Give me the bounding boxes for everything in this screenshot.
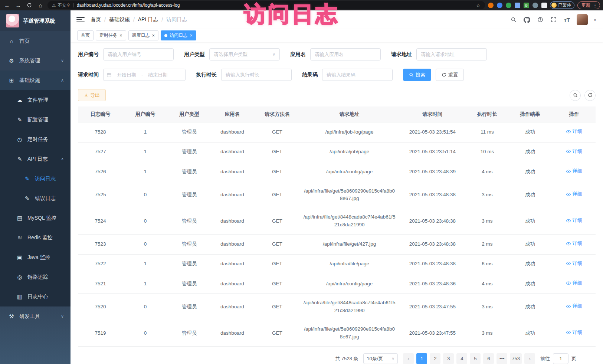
page-size-select[interactable]: 10条/页 ∨ <box>363 353 398 364</box>
toggle-search-button[interactable] <box>570 90 581 101</box>
user-type-select[interactable]: 请选择用户类型 ∨ <box>209 48 280 60</box>
tab-访问日志[interactable]: 访问日志× <box>161 30 196 40</box>
extension-gray-icon[interactable] <box>532 3 538 8</box>
extension-gu-badge-icon[interactable]: 谷 <box>524 3 529 8</box>
sidebar-item-首页[interactable]: ⌂首页 <box>0 31 71 51</box>
search-icon[interactable] <box>510 16 517 23</box>
breadcrumb-item[interactable]: API 日志 <box>138 16 158 23</box>
back-icon[interactable]: ← <box>3 1 11 9</box>
method-cell: GET <box>254 162 301 182</box>
app-logo[interactable]: 芋道管理系统 <box>0 10 71 31</box>
extension-orange-icon[interactable] <box>488 3 494 8</box>
log-id-cell: 7519 <box>78 320 123 347</box>
end-date-input[interactable] <box>144 72 171 78</box>
request-time-range-picker[interactable]: - <box>103 69 186 81</box>
user-avatar[interactable] <box>577 14 588 25</box>
request-time-cell: 2021-05-03 23:48:38 <box>398 208 466 235</box>
reload-icon[interactable] <box>25 1 33 9</box>
page-button-3[interactable]: 3 <box>443 353 454 364</box>
detail-link[interactable]: 详细 <box>566 240 583 247</box>
sidebar-item-研发工具[interactable]: ⚒研发工具∨ <box>0 306 71 326</box>
detail-link[interactable]: 详细 <box>566 167 583 175</box>
fullscreen-icon[interactable] <box>550 16 557 23</box>
reset-button[interactable]: 重置 <box>436 69 464 81</box>
detail-link[interactable]: 详细 <box>566 329 583 337</box>
result-code-input[interactable] <box>322 69 393 81</box>
extension-puzzle-icon[interactable] <box>541 3 547 8</box>
request-url-cell: /api/infra/job/page <box>301 142 398 162</box>
goto-page-input[interactable] <box>553 353 568 364</box>
chevron-up-icon: ∧ <box>61 157 64 161</box>
request-url-input[interactable] <box>416 48 487 60</box>
page-button-5[interactable]: 5 <box>470 353 481 364</box>
sidebar-item-定时任务[interactable]: ◴定时任务 <box>0 129 71 149</box>
export-button[interactable]: 导出 <box>78 89 106 101</box>
tab-定时任务[interactable]: 定时任务× <box>96 30 126 40</box>
user-type-cell: 管理员 <box>168 122 211 142</box>
table-row: 75281管理员dashboardGET/api/infra/job-log/p… <box>78 122 596 142</box>
address-bar[interactable]: ⚠不安全 dashboard.yudao.iocoder.cn/infra/lo… <box>47 1 485 9</box>
refresh-table-button[interactable] <box>584 90 596 101</box>
extension-green-check-icon[interactable] <box>506 3 511 8</box>
close-icon[interactable]: × <box>119 33 122 38</box>
profile-chip[interactable]: 已暂停 <box>550 1 575 9</box>
sidebar-item-日志中心[interactable]: ▥日志中心 <box>0 287 71 306</box>
sidebar-item-API 日志[interactable]: ✎API 日志∧ <box>0 149 71 169</box>
page-button-4[interactable]: 4 <box>456 353 467 364</box>
sidebar-item-访问日志[interactable]: ✎访问日志 <box>0 169 71 188</box>
sidebar-item-Redis 监控[interactable]: ≋Redis 监控 <box>0 228 71 247</box>
next-page-button[interactable]: › <box>524 353 535 364</box>
help-icon[interactable] <box>537 16 544 23</box>
search-button[interactable]: 搜索 <box>403 69 431 81</box>
page-button-2[interactable]: 2 <box>430 353 440 364</box>
detail-label: 详细 <box>573 260 583 268</box>
user-id-input[interactable] <box>103 48 174 60</box>
sidebar-item-文件管理[interactable]: ☁文件管理 <box>0 90 71 110</box>
sidebar-item-配置管理[interactable]: ✎配置管理 <box>0 110 71 129</box>
user-type-cell: 管理员 <box>168 274 211 294</box>
close-icon[interactable]: × <box>152 33 155 38</box>
detail-link[interactable]: 详细 <box>566 260 583 268</box>
tab-调度日志[interactable]: 调度日志× <box>128 30 159 40</box>
sidebar-item-链路追踪[interactable]: ◎链路追踪 <box>0 267 71 287</box>
hamburger-icon[interactable] <box>76 17 85 22</box>
avatar-caret-icon[interactable]: ∨ <box>594 18 596 22</box>
filter-label-result-code: 结果码 <box>302 72 318 78</box>
more-pages-button[interactable]: ••• <box>497 353 507 364</box>
pagination: 共 7528 条 10条/页 ∨ ‹123456•••753› 前往 页 <box>78 347 596 364</box>
close-icon[interactable]: × <box>190 33 193 38</box>
extension-shield-icon[interactable] <box>497 3 502 8</box>
detail-link[interactable]: 详细 <box>566 128 583 135</box>
extension-blue-puzzle-icon[interactable] <box>515 3 520 8</box>
sidebar-item-错误日志[interactable]: ✎错误日志 <box>0 188 71 208</box>
page-button-6[interactable]: 6 <box>483 353 494 364</box>
detail-link[interactable]: 详细 <box>566 148 583 155</box>
start-date-input[interactable] <box>113 72 140 78</box>
detail-link[interactable]: 详细 <box>566 190 583 198</box>
not-secure-warning[interactable]: ⚠不安全 <box>52 3 71 8</box>
browser-update-button[interactable]: 更新 ⋮ <box>577 1 600 9</box>
duration-input[interactable] <box>221 69 292 81</box>
breadcrumb-item[interactable]: 首页 <box>91 16 101 23</box>
sidebar-item-MySQL 监控[interactable]: ▤MySQL 监控 <box>0 208 71 228</box>
bookmark-star-icon[interactable]: ☆ <box>476 3 481 8</box>
github-icon[interactable] <box>523 16 531 23</box>
home-nav-icon[interactable]: ⌂ <box>36 1 45 9</box>
tab-首页[interactable]: 首页 <box>77 30 94 40</box>
font-size-icon[interactable]: ᴛT <box>563 16 571 23</box>
forward-icon[interactable]: → <box>14 1 22 9</box>
detail-link[interactable]: 详细 <box>566 302 583 310</box>
sidebar-item-Java 监控[interactable]: ▣Java 监控 <box>0 247 71 267</box>
detail-link[interactable]: 详细 <box>566 217 583 224</box>
browser-menu-icon[interactable]: ⋮ <box>593 3 597 8</box>
app-name-input[interactable] <box>310 48 381 60</box>
page-button-753[interactable]: 753 <box>510 353 522 364</box>
tab-label: 访问日志 <box>170 32 187 39</box>
prev-page-button[interactable]: ‹ <box>403 353 414 364</box>
sidebar-item-系统管理[interactable]: ⚙系统管理∨ <box>0 51 71 70</box>
filter-label-app-name: 应用名 <box>290 51 306 58</box>
sidebar-item-基础设施[interactable]: ⊞基础设施∧ <box>0 70 71 90</box>
breadcrumb-item[interactable]: 基础设施 <box>109 16 130 23</box>
detail-link[interactable]: 详细 <box>566 279 583 287</box>
page-button-1[interactable]: 1 <box>416 353 427 364</box>
